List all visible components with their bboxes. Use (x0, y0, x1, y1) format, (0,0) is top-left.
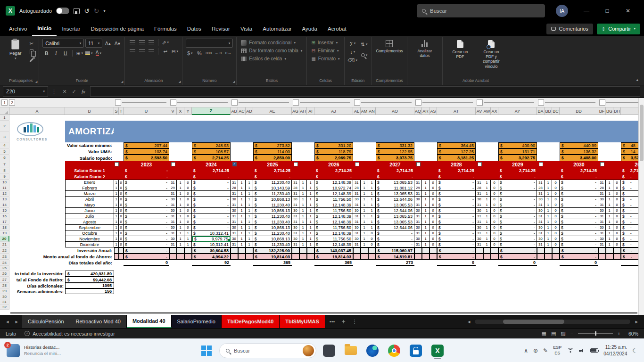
cell[interactable] (422, 254, 429, 260)
orientation-icon[interactable]: ⇗▾ (161, 39, 169, 46)
cell[interactable]: 0 (613, 225, 621, 230)
cell[interactable]: 0 (119, 242, 124, 247)
cell[interactable]: 1 (606, 236, 613, 242)
cell[interactable] (9, 161, 65, 167)
cell[interactable]: 1 (545, 197, 552, 202)
cell[interactable]: $- (498, 225, 537, 230)
sheet-tab[interactable]: CálculoPensión (22, 315, 70, 328)
cell[interactable]: 1 (177, 214, 184, 219)
row-header[interactable]: 29 (0, 288, 9, 294)
cell[interactable]: 1 (483, 230, 491, 236)
cell[interactable]: 0 (429, 185, 437, 191)
cell[interactable] (606, 260, 613, 266)
row-header[interactable]: 23 (0, 254, 9, 260)
cell[interactable] (606, 173, 613, 180)
cell[interactable]: 1 (361, 180, 368, 185)
row-header[interactable]: 24 (0, 260, 9, 266)
cell[interactable]: 0 (491, 197, 498, 202)
cell[interactable] (606, 254, 613, 260)
cancel-icon[interactable]: ✕ (60, 89, 69, 95)
cell[interactable]: 1 (177, 197, 184, 202)
cell[interactable]: 30 (353, 225, 361, 230)
cell[interactable]: $2,714.25 (437, 167, 476, 173)
cell[interactable]: 1 (361, 191, 368, 197)
clock[interactable]: 11:25 a.m.04/12/2024 (603, 344, 627, 357)
cell[interactable]: 30 (353, 236, 361, 242)
cell[interactable]: 1 (483, 191, 491, 197)
italic-icon[interactable]: I (52, 49, 60, 57)
cell[interactable]: $12,148.39 (314, 180, 353, 185)
cell[interactable] (184, 161, 192, 167)
cell[interactable]: $- (498, 236, 537, 242)
cell[interactable] (307, 155, 314, 161)
cell[interactable]: 0 (552, 208, 560, 214)
cell[interactable]: $- (124, 254, 169, 260)
cell[interactable]: 1 (483, 202, 491, 208)
cell[interactable]: 0 (184, 225, 192, 230)
cell[interactable]: 0 (552, 236, 560, 242)
cell[interactable]: $131.71 (498, 148, 537, 155)
cell[interactable]: 1 (361, 202, 368, 208)
cell[interactable]: 0 (184, 185, 192, 191)
conditional-formatting-button[interactable]: Formato condicional▾ (240, 39, 303, 47)
cell[interactable] (353, 142, 361, 148)
row-header[interactable]: 32 (0, 304, 9, 310)
row-header[interactable]: 25 (0, 266, 9, 271)
ribbon-tab-fórmulas[interactable]: Fórmulas (149, 22, 182, 36)
cell[interactable] (184, 167, 192, 173)
spreadsheet[interactable]: 12−−−−−−−−− ABSTUVXYZABACADAEAGAHAIAJALA… (0, 98, 638, 315)
cell[interactable] (353, 254, 361, 260)
cell[interactable] (545, 155, 552, 161)
cell[interactable]: 1 (177, 202, 184, 208)
align-left-icon[interactable] (128, 48, 136, 55)
column-header[interactable]: BI (621, 107, 638, 115)
cell[interactable] (537, 254, 545, 260)
cell[interactable]: 0 (119, 180, 124, 185)
cell[interactable] (184, 173, 192, 180)
cell[interactable] (307, 254, 314, 260)
cell[interactable] (246, 148, 253, 155)
cell[interactable]: 1 (307, 208, 314, 214)
cell[interactable]: 1 (114, 225, 119, 230)
cell[interactable] (299, 142, 307, 148)
add-ins-button[interactable]: Complementos (375, 39, 404, 55)
cell[interactable]: 1 (114, 180, 119, 185)
cell[interactable] (429, 167, 437, 173)
cell[interactable]: 1 (545, 236, 552, 242)
cell[interactable]: 1 (368, 214, 376, 219)
close-button[interactable]: ✕ (618, 0, 638, 22)
column-header[interactable]: BG (606, 107, 613, 115)
cell[interactable]: 1 (483, 197, 491, 202)
align-top-icon[interactable] (128, 39, 136, 46)
cell[interactable]: $14 (621, 148, 638, 155)
cell[interactable]: 30 (414, 197, 422, 202)
cell[interactable]: 29 (414, 185, 422, 191)
cell[interactable]: 273 (376, 260, 414, 266)
cell[interactable]: 0 (429, 219, 437, 225)
column-header[interactable]: AJ (314, 107, 353, 115)
ribbon-tab-automatizar[interactable]: Automatizar (257, 22, 297, 36)
cell[interactable]: $- (437, 214, 476, 219)
cell[interactable]: 31 (231, 180, 238, 185)
cell[interactable]: 30 (414, 236, 422, 242)
cell[interactable] (613, 155, 621, 161)
onedrive-icon[interactable]: ⊕ (533, 347, 538, 354)
cell[interactable]: 31 (292, 191, 299, 197)
cell[interactable]: 1 (545, 180, 552, 185)
normal-view-icon[interactable]: ▦ (542, 330, 546, 337)
cell[interactable]: $13,065.53 (376, 191, 414, 197)
cell[interactable]: 0 (184, 191, 192, 197)
cell[interactable]: $- (124, 197, 169, 202)
sheet-tab[interactable]: Modalidad 40 (127, 315, 172, 328)
cell[interactable]: $10,972.74 (314, 185, 353, 191)
row-header[interactable]: 31 (0, 299, 9, 304)
cell[interactable]: 1 (483, 236, 491, 242)
cell[interactable] (483, 254, 491, 260)
cell[interactable]: $- (621, 208, 638, 214)
cell[interactable] (368, 254, 376, 260)
ribbon-tab-inicio[interactable]: Inicio (32, 22, 57, 36)
cell[interactable]: $2,969.75 (314, 155, 353, 161)
cell[interactable]: $- (560, 214, 598, 219)
sheet-tab[interactable]: TblDePagosMod40 (222, 315, 280, 328)
cell[interactable]: 1 (238, 197, 246, 202)
